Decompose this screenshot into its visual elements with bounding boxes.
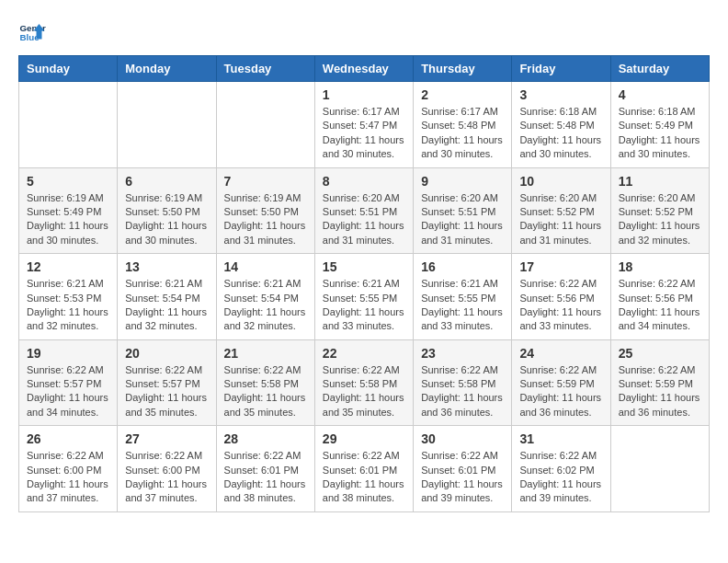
- calendar-cell: 14Sunrise: 6:21 AM Sunset: 5:54 PM Dayli…: [216, 254, 314, 340]
- day-info: Sunrise: 6:17 AM Sunset: 5:47 PM Dayligh…: [323, 105, 405, 162]
- calendar-week-row: 12Sunrise: 6:21 AM Sunset: 5:53 PM Dayli…: [19, 254, 710, 340]
- calendar-cell: 26Sunrise: 6:22 AM Sunset: 6:00 PM Dayli…: [19, 426, 118, 512]
- calendar-cell: 7Sunrise: 6:19 AM Sunset: 5:50 PM Daylig…: [216, 167, 314, 254]
- calendar-cell: 22Sunrise: 6:22 AM Sunset: 5:58 PM Dayli…: [314, 339, 413, 426]
- day-info: Sunrise: 6:22 AM Sunset: 5:58 PM Dayligh…: [421, 363, 504, 420]
- day-info: Sunrise: 6:21 AM Sunset: 5:55 PM Dayligh…: [421, 277, 504, 334]
- day-info: Sunrise: 6:22 AM Sunset: 5:57 PM Dayligh…: [27, 363, 109, 420]
- day-info: Sunrise: 6:18 AM Sunset: 5:49 PM Dayligh…: [619, 105, 701, 162]
- calendar-week-row: 1Sunrise: 6:17 AM Sunset: 5:47 PM Daylig…: [19, 82, 710, 168]
- calendar-cell: 6Sunrise: 6:19 AM Sunset: 5:50 PM Daylig…: [118, 167, 216, 254]
- day-number: 7: [224, 174, 307, 189]
- day-info: Sunrise: 6:18 AM Sunset: 5:48 PM Dayligh…: [519, 105, 602, 162]
- day-number: 30: [421, 431, 504, 446]
- day-info: Sunrise: 6:19 AM Sunset: 5:50 PM Dayligh…: [125, 191, 208, 248]
- weekday-header-wednesday: Wednesday: [314, 56, 413, 82]
- day-number: 21: [224, 346, 307, 361]
- day-info: Sunrise: 6:22 AM Sunset: 6:01 PM Dayligh…: [224, 449, 307, 506]
- calendar-cell: [610, 426, 709, 512]
- calendar-cell: [216, 82, 314, 168]
- calendar-cell: 18Sunrise: 6:22 AM Sunset: 5:56 PM Dayli…: [610, 254, 709, 340]
- day-number: 23: [421, 346, 504, 361]
- calendar-cell: 19Sunrise: 6:22 AM Sunset: 5:57 PM Dayli…: [19, 339, 118, 426]
- day-number: 6: [125, 174, 208, 189]
- calendar-week-row: 5Sunrise: 6:19 AM Sunset: 5:49 PM Daylig…: [19, 167, 710, 254]
- day-number: 22: [323, 346, 405, 361]
- calendar-cell: [118, 82, 216, 168]
- day-number: 10: [519, 174, 602, 189]
- day-info: Sunrise: 6:22 AM Sunset: 5:58 PM Dayligh…: [224, 363, 307, 420]
- calendar-cell: 21Sunrise: 6:22 AM Sunset: 5:58 PM Dayli…: [216, 339, 314, 426]
- calendar-cell: 9Sunrise: 6:20 AM Sunset: 5:51 PM Daylig…: [414, 167, 512, 254]
- day-info: Sunrise: 6:22 AM Sunset: 6:02 PM Dayligh…: [519, 449, 602, 506]
- svg-text:General: General: [20, 23, 47, 33]
- day-number: 5: [27, 174, 109, 189]
- logo-icon: General Blue: [18, 18, 46, 46]
- day-number: 19: [27, 346, 109, 361]
- day-info: Sunrise: 6:22 AM Sunset: 5:59 PM Dayligh…: [619, 363, 701, 420]
- calendar-cell: 25Sunrise: 6:22 AM Sunset: 5:59 PM Dayli…: [610, 339, 709, 426]
- day-number: 9: [421, 174, 504, 189]
- calendar-cell: 17Sunrise: 6:22 AM Sunset: 5:56 PM Dayli…: [512, 254, 610, 340]
- calendar-cell: 28Sunrise: 6:22 AM Sunset: 6:01 PM Dayli…: [216, 426, 314, 512]
- calendar-table: SundayMondayTuesdayWednesdayThursdayFrid…: [18, 55, 710, 512]
- day-number: 27: [125, 431, 208, 446]
- weekday-header-row: SundayMondayTuesdayWednesdayThursdayFrid…: [19, 56, 710, 82]
- day-info: Sunrise: 6:22 AM Sunset: 5:57 PM Dayligh…: [125, 363, 208, 420]
- day-number: 12: [27, 259, 109, 274]
- calendar-cell: 11Sunrise: 6:20 AM Sunset: 5:52 PM Dayli…: [610, 167, 709, 254]
- weekday-header-saturday: Saturday: [610, 56, 709, 82]
- calendar-cell: 12Sunrise: 6:21 AM Sunset: 5:53 PM Dayli…: [19, 254, 118, 340]
- calendar-cell: 1Sunrise: 6:17 AM Sunset: 5:47 PM Daylig…: [314, 82, 413, 168]
- day-info: Sunrise: 6:20 AM Sunset: 5:51 PM Dayligh…: [421, 191, 504, 248]
- day-number: 11: [619, 174, 701, 189]
- calendar-cell: 23Sunrise: 6:22 AM Sunset: 5:58 PM Dayli…: [414, 339, 512, 426]
- logo: General Blue: [18, 18, 46, 46]
- day-info: Sunrise: 6:19 AM Sunset: 5:49 PM Dayligh…: [27, 191, 109, 248]
- day-info: Sunrise: 6:22 AM Sunset: 6:00 PM Dayligh…: [27, 449, 109, 506]
- day-number: 26: [27, 431, 109, 446]
- day-info: Sunrise: 6:22 AM Sunset: 5:56 PM Dayligh…: [519, 277, 602, 334]
- day-number: 25: [619, 346, 701, 361]
- calendar-week-row: 26Sunrise: 6:22 AM Sunset: 6:00 PM Dayli…: [19, 426, 710, 512]
- day-number: 31: [519, 431, 602, 446]
- day-info: Sunrise: 6:21 AM Sunset: 5:55 PM Dayligh…: [323, 277, 405, 334]
- calendar-cell: [19, 82, 118, 168]
- weekday-header-monday: Monday: [118, 56, 216, 82]
- day-info: Sunrise: 6:22 AM Sunset: 6:00 PM Dayligh…: [125, 449, 208, 506]
- calendar-cell: 5Sunrise: 6:19 AM Sunset: 5:49 PM Daylig…: [19, 167, 118, 254]
- day-number: 17: [519, 259, 602, 274]
- day-info: Sunrise: 6:22 AM Sunset: 5:56 PM Dayligh…: [619, 277, 701, 334]
- calendar-cell: 8Sunrise: 6:20 AM Sunset: 5:51 PM Daylig…: [314, 167, 413, 254]
- day-info: Sunrise: 6:20 AM Sunset: 5:52 PM Dayligh…: [519, 191, 602, 248]
- calendar-cell: 24Sunrise: 6:22 AM Sunset: 5:59 PM Dayli…: [512, 339, 610, 426]
- day-info: Sunrise: 6:17 AM Sunset: 5:48 PM Dayligh…: [421, 105, 504, 162]
- day-number: 8: [323, 174, 405, 189]
- day-info: Sunrise: 6:20 AM Sunset: 5:51 PM Dayligh…: [323, 191, 405, 248]
- day-info: Sunrise: 6:21 AM Sunset: 5:53 PM Dayligh…: [27, 277, 109, 334]
- day-number: 13: [125, 259, 208, 274]
- calendar-cell: 27Sunrise: 6:22 AM Sunset: 6:00 PM Dayli…: [118, 426, 216, 512]
- day-info: Sunrise: 6:21 AM Sunset: 5:54 PM Dayligh…: [125, 277, 208, 334]
- day-info: Sunrise: 6:22 AM Sunset: 5:58 PM Dayligh…: [323, 363, 405, 420]
- day-info: Sunrise: 6:20 AM Sunset: 5:52 PM Dayligh…: [619, 191, 701, 248]
- calendar-cell: 16Sunrise: 6:21 AM Sunset: 5:55 PM Dayli…: [414, 254, 512, 340]
- day-number: 3: [519, 87, 602, 102]
- weekday-header-sunday: Sunday: [19, 56, 118, 82]
- calendar-cell: 10Sunrise: 6:20 AM Sunset: 5:52 PM Dayli…: [512, 167, 610, 254]
- calendar-cell: 3Sunrise: 6:18 AM Sunset: 5:48 PM Daylig…: [512, 82, 610, 168]
- weekday-header-thursday: Thursday: [414, 56, 512, 82]
- day-number: 2: [421, 87, 504, 102]
- calendar-week-row: 19Sunrise: 6:22 AM Sunset: 5:57 PM Dayli…: [19, 339, 710, 426]
- day-number: 1: [323, 87, 405, 102]
- day-number: 14: [224, 259, 307, 274]
- weekday-header-friday: Friday: [512, 56, 610, 82]
- day-number: 28: [224, 431, 307, 446]
- weekday-header-tuesday: Tuesday: [216, 56, 314, 82]
- calendar-cell: 2Sunrise: 6:17 AM Sunset: 5:48 PM Daylig…: [414, 82, 512, 168]
- day-number: 16: [421, 259, 504, 274]
- day-info: Sunrise: 6:22 AM Sunset: 6:01 PM Dayligh…: [323, 449, 405, 506]
- day-info: Sunrise: 6:19 AM Sunset: 5:50 PM Dayligh…: [224, 191, 307, 248]
- day-number: 20: [125, 346, 208, 361]
- day-number: 24: [519, 346, 602, 361]
